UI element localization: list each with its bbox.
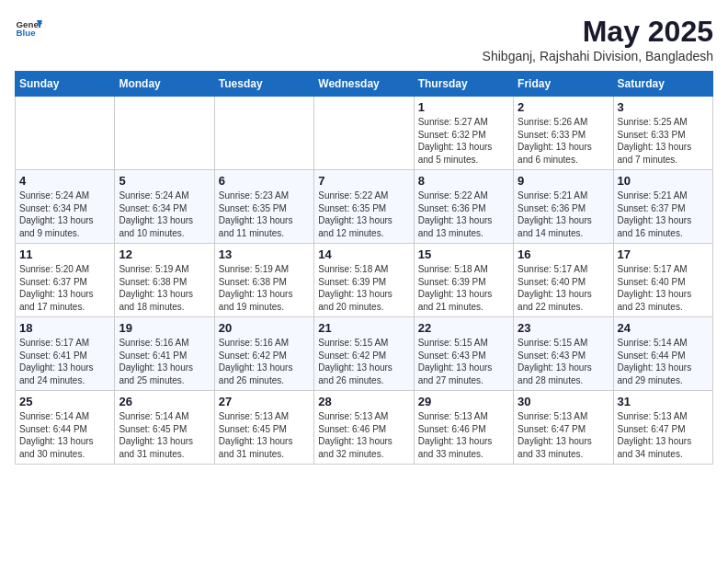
day-number: 2 [518,100,609,114]
day-info: Sunrise: 5:19 AM Sunset: 6:38 PM Dayligh… [119,263,210,313]
calendar-cell: 5Sunrise: 5:24 AM Sunset: 6:34 PM Daylig… [115,170,214,244]
week-row-0: 1Sunrise: 5:27 AM Sunset: 6:32 PM Daylig… [16,97,713,170]
day-number: 10 [618,174,709,188]
day-info: Sunrise: 5:15 AM Sunset: 6:42 PM Dayligh… [318,337,409,386]
calendar-table: SundayMondayTuesdayWednesdayThursdayFrid… [15,71,713,465]
day-info: Sunrise: 5:22 AM Sunset: 6:35 PM Dayligh… [318,190,409,239]
col-header-thursday: Thursday [414,72,513,97]
title-area: May 2025 Shibganj, Rajshahi Division, Ba… [483,15,713,63]
day-number: 29 [418,395,509,408]
calendar-cell: 14Sunrise: 5:18 AM Sunset: 6:39 PM Dayli… [314,244,414,317]
calendar-cell: 3Sunrise: 5:25 AM Sunset: 6:33 PM Daylig… [613,97,712,170]
col-header-saturday: Saturday [613,72,712,97]
calendar-cell: 4Sunrise: 5:24 AM Sunset: 6:34 PM Daylig… [16,170,115,244]
day-info: Sunrise: 5:14 AM Sunset: 6:44 PM Dayligh… [19,410,110,460]
day-number: 30 [518,395,609,408]
day-info: Sunrise: 5:14 AM Sunset: 6:44 PM Dayligh… [618,337,709,386]
col-header-monday: Monday [115,72,214,97]
day-info: Sunrise: 5:17 AM Sunset: 6:40 PM Dayligh… [618,263,709,313]
logo-icon: General Blue [15,15,42,42]
logo: General Blue [15,15,42,42]
week-row-4: 25Sunrise: 5:14 AM Sunset: 6:44 PM Dayli… [16,391,713,465]
week-row-1: 4Sunrise: 5:24 AM Sunset: 6:34 PM Daylig… [16,170,713,244]
day-info: Sunrise: 5:24 AM Sunset: 6:34 PM Dayligh… [119,190,210,239]
calendar-cell: 24Sunrise: 5:14 AM Sunset: 6:44 PM Dayli… [613,317,712,391]
calendar-cell: 11Sunrise: 5:20 AM Sunset: 6:37 PM Dayli… [16,244,115,317]
calendar-cell: 16Sunrise: 5:17 AM Sunset: 6:40 PM Dayli… [514,244,613,317]
day-info: Sunrise: 5:14 AM Sunset: 6:45 PM Dayligh… [119,410,210,460]
day-info: Sunrise: 5:22 AM Sunset: 6:36 PM Dayligh… [418,190,509,239]
day-number: 14 [318,247,409,261]
calendar-cell [314,97,414,170]
day-info: Sunrise: 5:21 AM Sunset: 6:37 PM Dayligh… [618,190,709,239]
day-info: Sunrise: 5:17 AM Sunset: 6:40 PM Dayligh… [518,263,609,313]
week-row-2: 11Sunrise: 5:20 AM Sunset: 6:37 PM Dayli… [16,244,713,317]
day-number: 11 [19,247,110,261]
day-number: 31 [618,395,709,408]
calendar-cell: 27Sunrise: 5:13 AM Sunset: 6:45 PM Dayli… [214,391,313,465]
day-number: 28 [318,395,409,408]
day-info: Sunrise: 5:26 AM Sunset: 6:33 PM Dayligh… [518,116,609,166]
calendar-cell: 1Sunrise: 5:27 AM Sunset: 6:32 PM Daylig… [414,97,513,170]
calendar-cell: 17Sunrise: 5:17 AM Sunset: 6:40 PM Dayli… [613,244,712,317]
header-row: SundayMondayTuesdayWednesdayThursdayFrid… [16,72,713,97]
calendar-cell: 19Sunrise: 5:16 AM Sunset: 6:41 PM Dayli… [115,317,214,391]
calendar-cell: 28Sunrise: 5:13 AM Sunset: 6:46 PM Dayli… [314,391,414,465]
calendar-cell: 26Sunrise: 5:14 AM Sunset: 6:45 PM Dayli… [115,391,214,465]
svg-text:Blue: Blue [17,28,37,38]
calendar-cell: 25Sunrise: 5:14 AM Sunset: 6:44 PM Dayli… [16,391,115,465]
day-info: Sunrise: 5:15 AM Sunset: 6:43 PM Dayligh… [518,337,609,386]
calendar-cell [214,97,313,170]
day-number: 19 [119,321,210,335]
day-info: Sunrise: 5:20 AM Sunset: 6:37 PM Dayligh… [19,263,110,313]
calendar-cell [115,97,214,170]
week-row-3: 18Sunrise: 5:17 AM Sunset: 6:41 PM Dayli… [16,317,713,391]
day-number: 18 [19,321,110,335]
day-info: Sunrise: 5:18 AM Sunset: 6:39 PM Dayligh… [318,263,409,313]
calendar-cell [16,97,115,170]
calendar-cell: 2Sunrise: 5:26 AM Sunset: 6:33 PM Daylig… [514,97,613,170]
day-number: 5 [119,174,210,188]
day-number: 3 [618,100,709,114]
calendar-cell: 21Sunrise: 5:15 AM Sunset: 6:42 PM Dayli… [314,317,414,391]
day-number: 25 [19,395,110,408]
calendar-cell: 12Sunrise: 5:19 AM Sunset: 6:38 PM Dayli… [115,244,214,317]
day-info: Sunrise: 5:24 AM Sunset: 6:34 PM Dayligh… [19,190,110,239]
header: General Blue May 2025 Shibganj, Rajshahi… [15,15,713,63]
day-info: Sunrise: 5:23 AM Sunset: 6:35 PM Dayligh… [219,190,310,239]
day-number: 20 [219,321,310,335]
day-info: Sunrise: 5:27 AM Sunset: 6:32 PM Dayligh… [418,116,509,166]
calendar-cell: 31Sunrise: 5:13 AM Sunset: 6:47 PM Dayli… [613,391,712,465]
day-number: 23 [518,321,609,335]
calendar-cell: 10Sunrise: 5:21 AM Sunset: 6:37 PM Dayli… [613,170,712,244]
calendar-cell: 8Sunrise: 5:22 AM Sunset: 6:36 PM Daylig… [414,170,513,244]
calendar-cell: 30Sunrise: 5:13 AM Sunset: 6:47 PM Dayli… [514,391,613,465]
month-title: May 2025 [483,15,713,49]
calendar-cell: 9Sunrise: 5:21 AM Sunset: 6:36 PM Daylig… [514,170,613,244]
day-number: 21 [318,321,409,335]
calendar-cell: 22Sunrise: 5:15 AM Sunset: 6:43 PM Dayli… [414,317,513,391]
calendar-cell: 18Sunrise: 5:17 AM Sunset: 6:41 PM Dayli… [16,317,115,391]
day-info: Sunrise: 5:19 AM Sunset: 6:38 PM Dayligh… [219,263,310,313]
day-info: Sunrise: 5:13 AM Sunset: 6:46 PM Dayligh… [418,410,509,460]
day-info: Sunrise: 5:25 AM Sunset: 6:33 PM Dayligh… [618,116,709,166]
day-number: 8 [418,174,509,188]
col-header-tuesday: Tuesday [214,72,313,97]
calendar-cell: 29Sunrise: 5:13 AM Sunset: 6:46 PM Dayli… [414,391,513,465]
day-number: 15 [418,247,509,261]
col-header-sunday: Sunday [16,72,115,97]
calendar-cell: 7Sunrise: 5:22 AM Sunset: 6:35 PM Daylig… [314,170,414,244]
day-info: Sunrise: 5:13 AM Sunset: 6:47 PM Dayligh… [518,410,609,460]
day-info: Sunrise: 5:18 AM Sunset: 6:39 PM Dayligh… [418,263,509,313]
day-number: 6 [219,174,310,188]
day-number: 24 [618,321,709,335]
day-number: 1 [418,100,509,114]
day-number: 12 [119,247,210,261]
day-number: 26 [119,395,210,408]
day-number: 4 [19,174,110,188]
col-header-wednesday: Wednesday [314,72,414,97]
day-info: Sunrise: 5:17 AM Sunset: 6:41 PM Dayligh… [19,337,110,386]
day-info: Sunrise: 5:21 AM Sunset: 6:36 PM Dayligh… [518,190,609,239]
day-info: Sunrise: 5:13 AM Sunset: 6:47 PM Dayligh… [618,410,709,460]
day-number: 17 [618,247,709,261]
